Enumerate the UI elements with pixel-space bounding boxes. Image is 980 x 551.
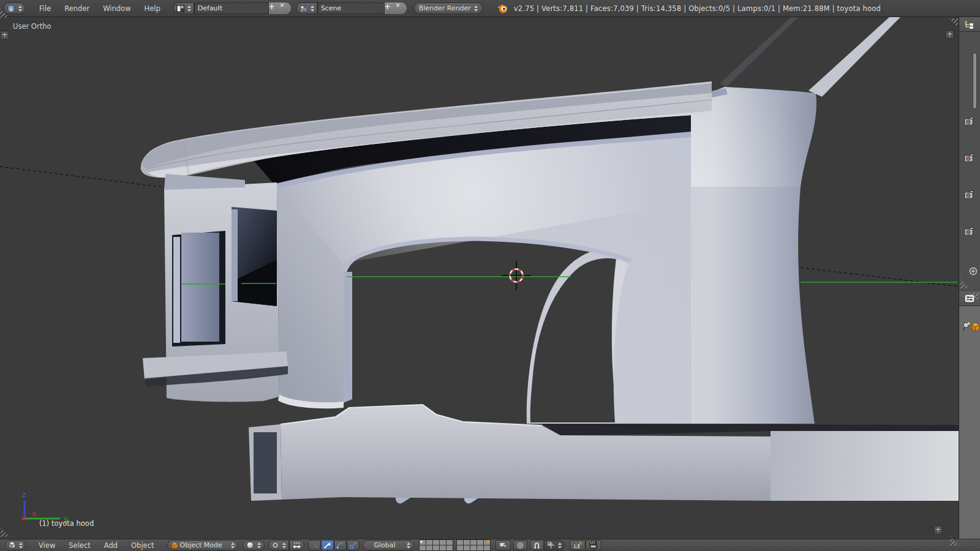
camera-icon[interactable] [964, 190, 974, 199]
layer-button[interactable] [484, 545, 490, 550]
opengl-render-image-button[interactable] [570, 540, 586, 550]
render-engine-dropdown[interactable]: Blender Render [414, 2, 483, 14]
scale-manipulator-button[interactable] [347, 540, 360, 550]
layer-button[interactable] [470, 545, 477, 550]
editor-type-button-3dview[interactable] [5, 540, 26, 550]
render-camera-icon [573, 541, 582, 550]
menu-object[interactable]: Object [124, 541, 160, 550]
pin-icon[interactable] [961, 322, 970, 332]
layer-button[interactable] [447, 540, 453, 545]
layer-button[interactable] [457, 545, 463, 550]
manipulator-toggle-button[interactable] [308, 540, 321, 550]
chevron-updown-icon [187, 6, 191, 12]
info-icon: i [7, 4, 15, 13]
properties-body [959, 306, 980, 551]
zoom-plus-icon[interactable] [969, 267, 978, 276]
scene-statistics: v2.75 | Verts:7,811 | Faces:7,039 | Tris… [514, 4, 881, 13]
blender-window: i File Render Window Help Default + ✕ [0, 0, 980, 551]
layer-button[interactable] [447, 545, 453, 550]
proportional-edit-button[interactable] [513, 540, 527, 550]
orientation-value: Global [366, 541, 404, 549]
3d-viewport[interactable]: z y x User Ortho (1) toyota hood + + + [0, 17, 959, 539]
layer-button[interactable] [457, 540, 463, 545]
chevron-updown-icon [18, 6, 22, 12]
rotate-manipulator-button[interactable] [334, 540, 347, 550]
3d-view-icon [8, 541, 16, 549]
camera-icon[interactable] [964, 153, 974, 162]
layer-group-1[interactable] [419, 539, 453, 551]
layer-button[interactable] [426, 540, 432, 545]
snap-element-dropdown[interactable] [544, 540, 565, 550]
a-pillar-rear [720, 17, 798, 87]
layer-button[interactable] [440, 540, 446, 545]
delete-scene-button[interactable]: ✕ [396, 2, 407, 14]
mode-value: Object Mode [180, 541, 228, 549]
right-editors-strip [959, 17, 980, 551]
layer-button[interactable] [420, 545, 426, 550]
layer-button[interactable] [470, 540, 477, 545]
delete-screen-layout-button[interactable]: ✕ [280, 2, 291, 14]
layer-button[interactable] [433, 540, 439, 545]
object-cube-icon[interactable] [971, 322, 980, 332]
viewport-shading-dropdown[interactable] [243, 540, 265, 550]
layer-button[interactable] [464, 545, 470, 550]
transform-orientation-dropdown[interactable]: Global [363, 540, 414, 550]
camera-icon[interactable] [964, 227, 974, 236]
toolshelf-expand-button[interactable]: + [0, 31, 9, 40]
layer-button[interactable] [464, 540, 470, 545]
menu-add[interactable]: Add [97, 541, 124, 550]
layer-button[interactable] [477, 540, 483, 545]
scene-browse-button[interactable] [296, 2, 317, 14]
camera-icon[interactable] [964, 116, 974, 126]
front-panel-top-facet [164, 174, 245, 190]
add-scene-button[interactable]: + [385, 2, 396, 14]
pivot-point-dropdown[interactable] [268, 540, 289, 550]
layer-button[interactable] [484, 540, 490, 545]
grille-edge [232, 209, 238, 301]
screen-layout-name-field[interactable]: Default [194, 2, 269, 14]
menu-render[interactable]: Render [58, 4, 96, 13]
properties-shelf-expand-button[interactable]: + [945, 30, 954, 39]
editor-type-button-info[interactable]: i [4, 2, 25, 14]
screen-layout-browse-button[interactable] [173, 2, 194, 14]
snap-toggle-button[interactable] [530, 540, 544, 550]
scene-name-field[interactable]: Scene [317, 2, 385, 14]
outliner-header[interactable] [959, 17, 980, 32]
magnet-icon [533, 542, 540, 549]
screen-layout-icon [176, 5, 184, 12]
wheel-arch-lip-left [344, 272, 352, 403]
area-resize-grip[interactable] [960, 279, 970, 288]
layer-button[interactable] [440, 545, 446, 550]
layer-button[interactable] [477, 545, 483, 550]
scene-icon [300, 5, 307, 12]
layers-widget [419, 539, 491, 551]
clapperboard-icon [589, 541, 598, 550]
layer-button[interactable] [433, 545, 439, 550]
opengl-render-animation-button[interactable] [586, 540, 601, 550]
add-screen-layout-button[interactable]: + [269, 2, 280, 14]
chevron-updown-icon [257, 542, 261, 549]
outliner-scrollbar[interactable] [973, 53, 977, 109]
layer-group-2[interactable] [456, 539, 491, 551]
mode-dropdown[interactable]: Object Mode [167, 540, 238, 550]
layer-button[interactable] [426, 545, 432, 550]
render-engine-value: Blender Render [419, 4, 471, 12]
menu-window[interactable]: Window [96, 4, 137, 13]
menu-file[interactable]: File [32, 4, 58, 13]
menu-help[interactable]: Help [138, 4, 167, 13]
chevron-updown-icon [311, 6, 314, 12]
3d-cursor[interactable] [502, 261, 531, 290]
layer-button[interactable] [420, 540, 426, 545]
rocker-panel [771, 431, 959, 501]
translate-manipulator-button[interactable] [321, 540, 334, 550]
lock-to-scene-button[interactable] [496, 540, 511, 550]
header-expand-button[interactable]: + [933, 525, 943, 534]
manipulate-center-points-button[interactable] [289, 540, 304, 550]
snap-increment-icon [547, 541, 555, 549]
chevron-updown-icon [19, 542, 23, 549]
solid-shading-icon [246, 541, 254, 549]
frame-horn-opening [254, 432, 277, 493]
relationship-dashed-line [801, 268, 959, 287]
menu-select[interactable]: Select [62, 541, 97, 550]
menu-view[interactable]: View [32, 541, 62, 550]
